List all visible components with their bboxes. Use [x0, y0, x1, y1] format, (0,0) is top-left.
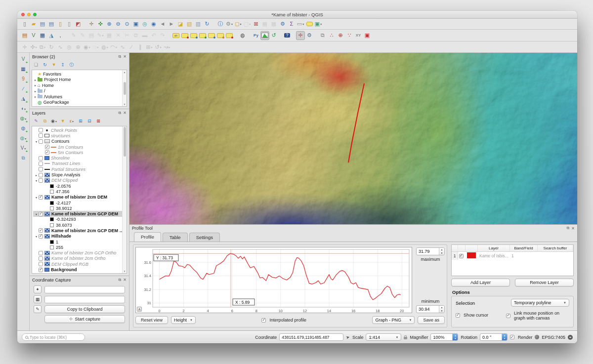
add-virtual-layer-button[interactable]: V+▾ [19, 144, 27, 152]
zoom-full-button[interactable]: ▣ [131, 20, 140, 29]
profile-layer-table[interactable]: Layer Band/Field Search buffer 1 Kame of… [451, 244, 574, 276]
crs-selector-icon[interactable]: ✦ [34, 285, 42, 293]
float-panel-icon[interactable]: ⧉ [119, 54, 122, 59]
layer-row-5m-contours[interactable]: 5m Contours [33, 150, 127, 155]
lock-scale-icon[interactable] [404, 337, 407, 339]
metasearch-button[interactable]: ⧉ [19, 154, 27, 162]
delete-part-button[interactable]: ◍▾ [100, 42, 109, 51]
identify-features-button[interactable]: ⓘ [216, 20, 225, 29]
osm-place-search-button[interactable]: ◍ [238, 31, 247, 40]
zoom-to-bookmark-button[interactable]: ▥ [194, 20, 203, 29]
save-layer-edits-button[interactable]: ▤ [87, 31, 96, 40]
pan-map-button[interactable]: ✛ [87, 20, 96, 29]
python-console-button[interactable]: Py [252, 31, 260, 40]
add-wms-layer-button[interactable]: ◍+▾ [19, 115, 27, 122]
float-panel-icon[interactable]: ⧉ [119, 278, 122, 283]
zoom-last-button[interactable]: ◄ [158, 20, 167, 29]
layer-row-structures[interactable]: structures [33, 133, 127, 138]
zoom-native-button[interactable]: ⊙ [123, 20, 131, 29]
add-layer-button[interactable]: Add Layer [451, 279, 510, 286]
fill-ring-button[interactable]: ◉▾ [83, 42, 91, 51]
add-vector-layer-button[interactable]: V+ [19, 55, 27, 63]
layer-row-hillshade[interactable]: ▾Hillshade [33, 234, 127, 239]
gcp-points-button[interactable]: ∴ [327, 31, 336, 40]
move-feature-button[interactable]: ✜▾ [29, 42, 38, 51]
show-layout-manager-button[interactable]: ▯ [65, 20, 74, 29]
layers-scrollbar[interactable]: ▼ [122, 126, 127, 273]
toggle-editing-button[interactable]: ✎ [78, 31, 87, 40]
graph-format-combo[interactable]: Graph - PNG▼ [372, 316, 415, 324]
float-panel-icon[interactable]: ⧉ [119, 111, 122, 116]
enable-advanced-digitizing-button[interactable]: ✛ [20, 42, 29, 51]
browser-scrollbar[interactable]: ▲▼ [122, 70, 127, 106]
add-wfs-layer-button[interactable]: ◍+▾ [19, 134, 27, 142]
open-data-source-manager-button[interactable]: ▤ [20, 31, 29, 40]
layer-row-kame-of-isbister-2cm-ortho[interactable]: Kame of Isbister 2cm Ortho [33, 256, 127, 261]
layer-visibility-checkbox[interactable] [39, 251, 43, 255]
layer-visibility-checkbox[interactable] [39, 128, 43, 132]
browser-item-home[interactable]: ▸⌂Home [33, 82, 127, 88]
height-combo[interactable]: Height▼ [171, 316, 196, 324]
layer-table-row[interactable]: 1 Kame of Isbis... 1 [452, 252, 573, 260]
add-part-button[interactable]: ⊕ [74, 42, 83, 51]
add-postgis-layer-button[interactable]: ◖+▾ [19, 105, 27, 113]
profile-chart[interactable]: 024681012141618203131.231.431.6Y : 31.73… [135, 247, 412, 313]
layer-row-check-points[interactable]: Check Points [33, 127, 127, 133]
open-project-button[interactable]: ▰ [29, 20, 38, 29]
layer-value-row[interactable]: 255 [33, 244, 127, 250]
float-panel-icon[interactable]: ⧉ [567, 226, 570, 231]
layer-visibility-checkbox[interactable] [39, 178, 43, 183]
close-panel-icon[interactable]: ✕ [123, 278, 127, 282]
run-feature-action-button[interactable]: ⚙▾ [225, 20, 234, 29]
add-vector-layer-tb-button[interactable]: V [29, 31, 38, 40]
add-mesh-layer-button[interactable]: ◮+ [19, 95, 27, 103]
expand-arrow-icon[interactable]: ▸ [33, 89, 38, 93]
collapse-all-layers-button[interactable]: ⊟ [86, 118, 93, 125]
layer-row-dem-clipped[interactable]: ▾DEM Clipped [33, 178, 127, 183]
minimum-spinbox[interactable]: 30.94 ▲▼ [416, 305, 445, 313]
rotation-spinbox[interactable]: 0.0 °▲▼ [480, 333, 508, 341]
mouse-position-icon[interactable]: ➤ [345, 334, 350, 340]
browser-collapse-all-button[interactable]: ↥ [59, 62, 66, 69]
scale-combo[interactable]: 1:414▼ [366, 333, 401, 341]
expand-arrow-icon[interactable]: ▾ [34, 140, 39, 143]
map-canvas[interactable] [129, 53, 577, 224]
filter-by-expression-button[interactable]: ε▾ [68, 118, 75, 125]
selection-combo[interactable]: Temporary polyline▼ [511, 299, 569, 307]
layer-value-row[interactable]: 47.356 [33, 189, 127, 194]
browser-item--[interactable]: ▸/ [33, 88, 127, 94]
cut-features-button[interactable]: ✂ [123, 31, 131, 40]
undo-button[interactable]: ↶ [149, 31, 158, 40]
zoom-out-button[interactable]: ⊖ [114, 20, 123, 29]
help-contents-button[interactable]: ? [283, 31, 292, 40]
merge-features-button[interactable]: ⊞▾ [145, 42, 154, 51]
delete-ring-button[interactable]: ◌▾ [91, 42, 100, 51]
layer-enabled-checkbox[interactable] [459, 254, 464, 258]
layer-visibility-checkbox[interactable] [39, 256, 43, 261]
layer-row-background[interactable]: Background [33, 267, 127, 272]
browser-item-favorites[interactable]: ★Favorites [33, 71, 127, 77]
layer-row-slope-analysis[interactable]: ▸Slope Analysis [33, 172, 127, 177]
add-raster-layer-tb-button[interactable]: ▦ [38, 31, 47, 40]
browser-add-layers-button[interactable]: ❏ [33, 62, 40, 69]
layer-row-kame-of-isbister-2cm-gcp-dem[interactable]: ▾Kame of Isbister 2cm GCP DEM [33, 211, 127, 216]
offset-point-symbols-button[interactable]: ↝▾ [163, 42, 171, 51]
layer-row-partial-structures[interactable]: Partial Structures [33, 166, 127, 172]
magnifier-spinbox[interactable]: 100%▲▼ [430, 333, 458, 341]
chart-autorange-button[interactable]: A [137, 307, 142, 312]
spinbox-steppers[interactable]: ▲▼ [439, 306, 444, 313]
browser-item-geopackage[interactable]: ◍GeoPackage [33, 100, 127, 106]
coordinate-capture-tool-button[interactable]: ✛ [296, 31, 305, 40]
browser-properties-button[interactable]: ⓘ [68, 62, 75, 69]
label-show-hide-button[interactable] [189, 31, 198, 40]
options-gear-button[interactable]: ⚙ [278, 20, 287, 29]
messages-icon[interactable] [568, 335, 573, 340]
layer-value-row[interactable]: -2.4127 [33, 200, 127, 205]
zoom-to-layer-button[interactable]: ◉ [149, 20, 158, 29]
expand-arrow-icon[interactable]: ▾ [34, 179, 39, 182]
layer-row-dem-clipped-rgb[interactable]: DEM Clipped RGB [33, 261, 127, 267]
expand-arrow-icon[interactable]: ▸ [33, 78, 38, 81]
modify-attributes-button[interactable]: ▦ [105, 31, 114, 40]
label-pin-unpin-button[interactable] [198, 31, 207, 40]
reshape-features-button[interactable]: ∿ [118, 42, 127, 51]
